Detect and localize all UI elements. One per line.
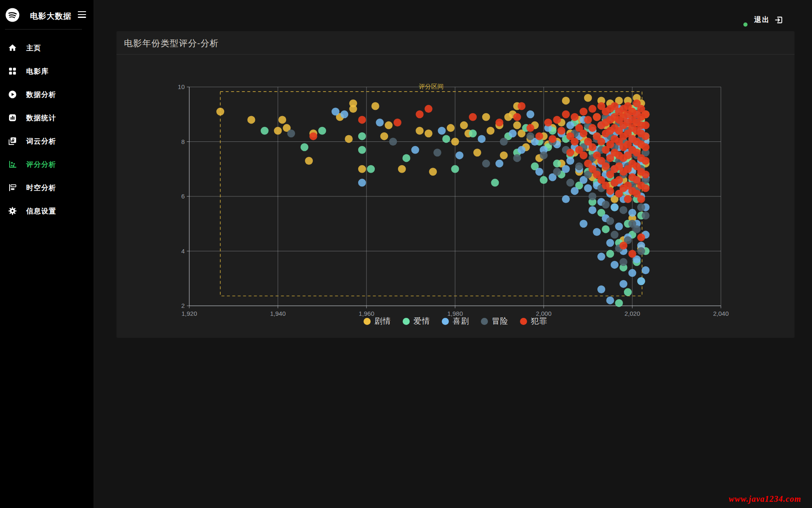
data-point[interactable]	[460, 121, 468, 129]
data-point[interactable]	[513, 121, 521, 129]
data-point[interactable]	[495, 119, 503, 126]
data-point[interactable]	[606, 296, 614, 304]
data-point[interactable]	[509, 129, 517, 137]
data-point[interactable]	[544, 119, 552, 126]
data-point[interactable]	[358, 116, 366, 124]
data-point[interactable]	[358, 132, 366, 140]
data-point[interactable]	[589, 143, 597, 151]
data-point[interactable]	[309, 132, 317, 140]
data-point[interactable]	[593, 228, 601, 236]
data-point[interactable]	[425, 129, 433, 137]
data-point[interactable]	[642, 184, 650, 192]
data-point[interactable]	[216, 108, 224, 116]
data-point[interactable]	[589, 193, 597, 201]
data-point[interactable]	[535, 168, 543, 176]
data-point[interactable]	[367, 165, 375, 173]
data-point[interactable]	[637, 233, 645, 241]
data-point[interactable]	[473, 149, 481, 156]
data-point[interactable]	[527, 110, 535, 118]
data-point[interactable]	[566, 157, 574, 165]
data-point[interactable]	[579, 220, 587, 228]
data-point[interactable]	[562, 165, 570, 173]
data-point[interactable]	[642, 110, 650, 118]
data-point[interactable]	[619, 242, 627, 250]
data-point[interactable]	[624, 288, 632, 296]
data-point[interactable]	[615, 299, 623, 307]
data-point[interactable]	[579, 129, 587, 137]
sidebar-item-data-analysis[interactable]: 数据分析	[0, 83, 94, 106]
data-point[interactable]	[513, 113, 521, 121]
data-point[interactable]	[593, 113, 601, 121]
data-point[interactable]	[416, 127, 423, 135]
data-point[interactable]	[579, 108, 587, 116]
data-point[interactable]	[602, 162, 610, 170]
data-point[interactable]	[637, 195, 645, 203]
data-point[interactable]	[579, 151, 587, 159]
data-point[interactable]	[562, 97, 570, 104]
data-point[interactable]	[394, 119, 401, 126]
data-point[interactable]	[248, 116, 255, 124]
data-point[interactable]	[345, 135, 353, 143]
data-point[interactable]	[540, 176, 548, 184]
data-point[interactable]	[642, 121, 650, 129]
data-point[interactable]	[487, 127, 495, 135]
scatter-chart[interactable]: 1,9201,9401,9601,9802,0002,0202,04024681…	[116, 55, 795, 338]
data-point[interactable]	[376, 119, 384, 126]
data-point[interactable]	[566, 149, 574, 156]
data-point[interactable]	[611, 231, 619, 239]
legend-item-adventure[interactable]: 冒险	[481, 316, 508, 327]
data-point[interactable]	[637, 247, 645, 255]
data-point[interactable]	[562, 195, 570, 203]
data-point[interactable]	[575, 162, 583, 170]
data-point[interactable]	[549, 135, 557, 143]
data-point[interactable]	[416, 110, 423, 118]
data-point[interactable]	[482, 160, 490, 168]
data-point[interactable]	[553, 168, 561, 176]
data-point[interactable]	[500, 151, 508, 159]
data-point[interactable]	[438, 127, 446, 135]
data-point[interactable]	[540, 151, 548, 159]
data-point[interactable]	[402, 154, 410, 162]
data-point[interactable]	[517, 102, 525, 110]
data-point[interactable]	[527, 124, 535, 132]
data-point[interactable]	[611, 203, 619, 211]
hamburger-menu-icon[interactable]	[78, 11, 86, 18]
data-point[interactable]	[642, 157, 650, 165]
sidebar-item-wordcloud-analysis[interactable]: 词云分析	[0, 129, 94, 153]
data-point[interactable]	[287, 129, 295, 137]
data-point[interactable]	[349, 105, 357, 113]
data-point[interactable]	[451, 165, 459, 173]
data-point[interactable]	[633, 225, 641, 233]
data-point[interactable]	[615, 223, 623, 230]
data-point[interactable]	[597, 285, 605, 293]
data-point[interactable]	[261, 127, 269, 135]
data-point[interactable]	[278, 116, 286, 124]
data-point[interactable]	[433, 149, 441, 156]
data-point[interactable]	[589, 124, 597, 132]
legend-item-drama[interactable]: 剧情	[364, 316, 391, 327]
data-point[interactable]	[451, 138, 459, 146]
data-point[interactable]	[642, 143, 650, 151]
data-point[interactable]	[358, 165, 366, 173]
data-point[interactable]	[300, 143, 308, 151]
data-point[interactable]	[425, 105, 433, 113]
data-point[interactable]	[624, 195, 632, 203]
data-point[interactable]	[447, 124, 455, 132]
data-point[interactable]	[606, 250, 614, 258]
sidebar-item-spacetime-analysis[interactable]: 时空分析	[0, 176, 94, 199]
data-point[interactable]	[615, 176, 623, 184]
data-point[interactable]	[380, 132, 388, 140]
data-point[interactable]	[491, 179, 499, 187]
sidebar-item-home[interactable]: 主页	[0, 36, 94, 59]
data-point[interactable]	[602, 225, 610, 233]
data-point[interactable]	[611, 261, 619, 269]
data-point[interactable]	[478, 135, 485, 143]
data-point[interactable]	[606, 239, 614, 247]
sidebar-item-data-stats[interactable]: 数据统计	[0, 106, 94, 129]
data-point[interactable]	[469, 113, 477, 121]
data-point[interactable]	[597, 253, 605, 260]
data-point[interactable]	[332, 108, 339, 116]
data-point[interactable]	[429, 168, 437, 176]
data-point[interactable]	[562, 110, 570, 118]
data-point[interactable]	[535, 132, 543, 140]
